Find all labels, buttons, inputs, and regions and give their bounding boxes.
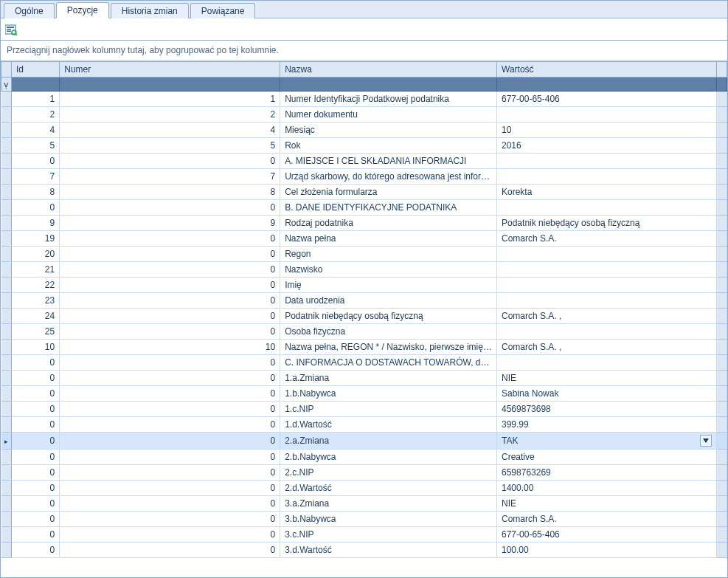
cell-id[interactable]: 10 xyxy=(12,340,60,355)
table-row[interactable]: 001.a.ZmianaNIE xyxy=(1,371,727,386)
filter-id[interactable] xyxy=(12,78,60,92)
cell-numer[interactable]: 0 xyxy=(60,309,280,324)
cell-nazwa[interactable]: Miesiąc xyxy=(280,123,497,138)
table-row[interactable]: 1010Nazwa pełna, REGON * / Nazwisko, pie… xyxy=(1,340,727,355)
cell-nazwa[interactable]: 3.d.Wartość xyxy=(280,543,497,558)
cell-wartosc[interactable]: 1400.00 xyxy=(497,481,717,496)
table-row[interactable]: 55Rok2016 xyxy=(1,138,727,154)
cell-numer[interactable]: 0 xyxy=(60,465,280,481)
cell-id[interactable]: 19 xyxy=(12,231,60,247)
cell-nazwa[interactable]: Cel złożenia formularza xyxy=(280,185,497,200)
cell-nazwa[interactable]: Urząd skarbowy, do którego adresowana je… xyxy=(280,169,497,185)
cell-wartosc[interactable]: Sabina Nowak xyxy=(497,386,717,402)
cell-nazwa[interactable]: Regon xyxy=(280,247,497,262)
cell-wartosc-value[interactable]: TAK xyxy=(502,436,697,446)
cell-nazwa[interactable]: Imię xyxy=(280,278,497,293)
cell-nazwa[interactable]: B. DANE IDENTYFIKACYJNE PODATNIKA xyxy=(280,200,497,216)
cell-id[interactable]: 4 xyxy=(12,123,60,138)
cell-numer[interactable]: 0 xyxy=(60,527,280,543)
cell-numer[interactable]: 0 xyxy=(60,247,280,262)
table-row[interactable]: 003.a.ZmianaNIE xyxy=(1,496,727,512)
cell-nazwa[interactable]: 2.b.Nabywca xyxy=(280,450,497,465)
cell-numer[interactable]: 9 xyxy=(60,216,280,231)
cell-nazwa[interactable]: Osoba fizyczna xyxy=(280,324,497,340)
cell-wartosc[interactable]: Comarch S.A. , xyxy=(497,340,717,355)
cell-nazwa[interactable]: 3.c.NIP xyxy=(280,527,497,543)
cell-nazwa[interactable]: Nazwisko xyxy=(280,262,497,278)
table-row[interactable]: 200Regon xyxy=(1,247,727,262)
cell-nazwa[interactable]: 3.a.Zmiana xyxy=(280,496,497,512)
cell-numer[interactable]: 0 xyxy=(60,512,280,527)
cell-numer[interactable]: 7 xyxy=(60,169,280,185)
table-row[interactable]: 001.d.Wartość399.99 xyxy=(1,417,727,433)
cell-nazwa[interactable]: Nazwa pełna, REGON * / Nazwisko, pierwsz… xyxy=(280,340,497,355)
cell-wartosc[interactable]: Creative xyxy=(497,450,717,465)
table-row[interactable]: 001.c.NIP4569873698 xyxy=(1,402,727,417)
cell-wartosc[interactable]: 6598763269 xyxy=(497,465,717,481)
table-row[interactable]: 001.b.NabywcaSabina Nowak xyxy=(1,386,727,402)
cell-nazwa[interactable]: C. INFORMACJA O DOSTAWACH TOWARÓW, do kt… xyxy=(280,355,497,371)
table-row[interactable]: ▸002.a.ZmianaTAK xyxy=(1,433,727,450)
cell-numer[interactable]: 8 xyxy=(60,185,280,200)
cell-id[interactable]: 25 xyxy=(12,324,60,340)
group-by-hint[interactable]: Przeciągnij nagłówek kolumny tutaj, aby … xyxy=(1,41,727,61)
table-row[interactable]: 002.b.NabywcaCreative xyxy=(1,450,727,465)
cell-id[interactable]: 0 xyxy=(12,200,60,216)
cell-wartosc[interactable]: 677-00-65-406 xyxy=(497,527,717,543)
cell-wartosc[interactable]: 4569873698 xyxy=(497,402,717,417)
table-row[interactable]: 210Nazwisko xyxy=(1,262,727,278)
table-row[interactable]: 88Cel złożenia formularzaKorekta xyxy=(1,185,727,200)
cell-wartosc[interactable]: 2016 xyxy=(497,138,717,154)
cell-wartosc[interactable]: NIE xyxy=(497,371,717,386)
cell-nazwa[interactable]: 2.a.Zmiana xyxy=(280,433,497,450)
cell-id[interactable]: 0 xyxy=(12,402,60,417)
cell-id[interactable]: 0 xyxy=(12,433,60,450)
cell-numer[interactable]: 0 xyxy=(60,200,280,216)
cell-nazwa[interactable]: 1.b.Nabywca xyxy=(280,386,497,402)
cell-numer[interactable]: 10 xyxy=(60,340,280,355)
tab-ogolne[interactable]: Ogólne xyxy=(4,3,55,18)
table-row[interactable]: 250Osoba fizyczna xyxy=(1,324,727,340)
col-header-nazwa[interactable]: Nazwa xyxy=(280,62,497,78)
table-row[interactable]: 002.c.NIP6598763269 xyxy=(1,465,727,481)
table-row[interactable]: 240Podatnik niebędący osobą fizycznąComa… xyxy=(1,309,727,324)
cell-numer[interactable]: 0 xyxy=(60,433,280,450)
cell-id[interactable]: 9 xyxy=(12,216,60,231)
cell-numer[interactable]: 5 xyxy=(60,138,280,154)
cell-numer[interactable]: 4 xyxy=(60,123,280,138)
cell-id[interactable]: 0 xyxy=(12,371,60,386)
dropdown-button[interactable] xyxy=(700,435,712,447)
filter-numer[interactable] xyxy=(60,78,280,92)
cell-numer[interactable]: 0 xyxy=(60,324,280,340)
cell-id[interactable]: 0 xyxy=(12,355,60,371)
cell-id[interactable]: 1 xyxy=(12,92,60,107)
cell-id[interactable]: 0 xyxy=(12,154,60,169)
cell-numer[interactable]: 1 xyxy=(60,92,280,107)
cell-nazwa[interactable]: Rok xyxy=(280,138,497,154)
col-header-numer[interactable]: Numer xyxy=(60,62,280,78)
cell-id[interactable]: 2 xyxy=(12,107,60,123)
report-icon[interactable] xyxy=(5,24,18,35)
cell-wartosc[interactable]: 399.99 xyxy=(497,417,717,433)
col-header-id[interactable]: Id xyxy=(12,62,60,78)
cell-numer[interactable]: 0 xyxy=(60,543,280,558)
cell-numer[interactable]: 0 xyxy=(60,417,280,433)
cell-wartosc[interactable] xyxy=(497,355,717,371)
table-row[interactable]: 00B. DANE IDENTYFIKACYJNE PODATNIKA xyxy=(1,200,727,216)
cell-wartosc[interactable]: Comarch S.A. xyxy=(497,512,717,527)
cell-id[interactable]: 0 xyxy=(12,496,60,512)
cell-id[interactable]: 0 xyxy=(12,512,60,527)
cell-id[interactable]: 20 xyxy=(12,247,60,262)
cell-numer[interactable]: 0 xyxy=(60,355,280,371)
table-row[interactable]: 00C. INFORMACJA O DOSTAWACH TOWARÓW, do … xyxy=(1,355,727,371)
table-row[interactable]: 002.d.Wartość1400.00 xyxy=(1,481,727,496)
cell-wartosc[interactable] xyxy=(497,262,717,278)
cell-nazwa[interactable]: Numer Identyfikacji Podatkowej podatnika xyxy=(280,92,497,107)
cell-id[interactable]: 21 xyxy=(12,262,60,278)
filter-wartosc[interactable] xyxy=(497,78,717,92)
filter-nazwa[interactable] xyxy=(280,78,497,92)
cell-nazwa[interactable]: 2.c.NIP xyxy=(280,465,497,481)
cell-numer[interactable]: 0 xyxy=(60,496,280,512)
cell-nazwa[interactable]: Numer dokumentu xyxy=(280,107,497,123)
cell-id[interactable]: 0 xyxy=(12,543,60,558)
